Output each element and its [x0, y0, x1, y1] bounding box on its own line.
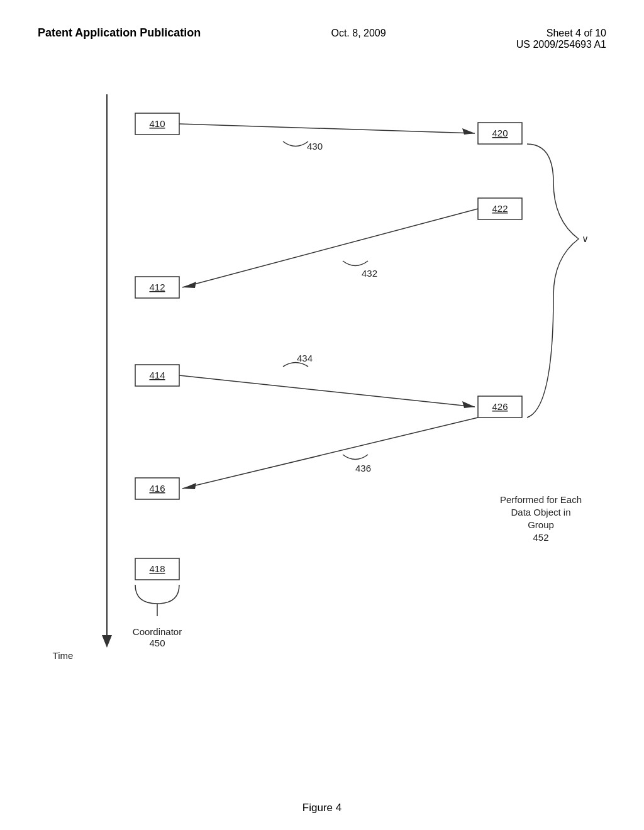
svg-text:430: 430	[307, 141, 323, 152]
svg-text:Data Object in: Data Object in	[511, 507, 570, 517]
svg-text:Group: Group	[528, 519, 554, 530]
svg-text:422: 422	[492, 203, 508, 214]
svg-marker-25	[462, 401, 475, 408]
svg-text:420: 420	[492, 128, 508, 138]
svg-text:426: 426	[492, 401, 508, 412]
svg-text:412: 412	[149, 282, 165, 292]
publication-title: Patent Application Publication	[38, 25, 201, 41]
svg-line-18	[179, 124, 475, 133]
svg-text:414: 414	[149, 370, 165, 380]
svg-marker-22	[182, 282, 196, 288]
svg-text:Time: Time	[53, 650, 74, 661]
svg-text:436: 436	[355, 463, 371, 473]
figure-caption: Figure 4	[303, 802, 341, 814]
svg-text:416: 416	[149, 483, 165, 494]
svg-text:Performed for Each: Performed for Each	[500, 494, 582, 505]
svg-text:434: 434	[297, 353, 313, 363]
page-header: Patent Application Publication Oct. 8, 2…	[0, 0, 644, 50]
svg-text:Coordinator: Coordinator	[133, 626, 182, 637]
svg-line-21	[182, 209, 478, 287]
svg-text:418: 418	[149, 563, 165, 574]
svg-text:450: 450	[149, 638, 165, 648]
sheet-info: Sheet 4 of 10 US 2009/254693 A1	[516, 25, 606, 50]
diagram-area: 410 420 422 412 414 426 416 418 430	[0, 82, 644, 773]
svg-line-24	[179, 375, 475, 407]
svg-marker-1	[102, 635, 112, 648]
svg-text:410: 410	[149, 118, 165, 129]
svg-marker-28	[182, 483, 196, 489]
svg-line-27	[182, 418, 478, 489]
svg-text:432: 432	[362, 268, 377, 279]
svg-text:452: 452	[533, 532, 548, 543]
publication-date: Oct. 8, 2009	[331, 25, 386, 39]
svg-text:∨: ∨	[582, 233, 589, 244]
